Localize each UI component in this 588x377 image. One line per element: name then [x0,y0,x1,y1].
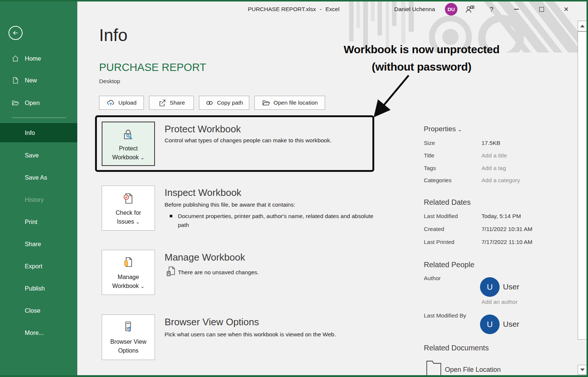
maximize-button[interactable] [537,4,546,14]
scroll-down-button[interactable] [578,365,587,375]
last-modified-by-label: Last Modified By [424,312,466,319]
browser-view-icon [121,320,136,335]
account-avatar[interactable]: DU [445,3,457,16]
last-modified-by-avatar[interactable]: U [480,315,500,334]
author-name[interactable]: User [503,282,519,291]
open-file-location-button[interactable]: Open file location [254,96,325,110]
manage-workbook-title: Manage Workbook [165,252,245,263]
manage-workbook-button[interactable]: Manage Workbook ⌄ [102,250,155,295]
date-value-created: 7/11/2022 10:31 AM [481,226,533,232]
annotation-arrow [364,72,416,120]
open-folder-icon [262,99,270,107]
close-button[interactable]: ✕ [561,4,571,14]
property-label: Tags [424,165,436,171]
document-location: Desktop [99,78,120,85]
page-title: Info [99,25,128,45]
backstage-sidebar: Home New Open Info Save Save As History [0,0,77,377]
account-avatar-initials: DU [447,7,455,12]
share-button[interactable]: Share [149,96,194,110]
upload-button[interactable]: Upload [99,96,144,110]
related-people-header: Related People [424,261,474,269]
property-label: Categories [424,177,452,184]
sidebar-item-save-as[interactable]: Save As [0,171,77,184]
sidebar-item-save[interactable]: Save [0,149,77,162]
date-label: Last Modified [424,213,458,220]
feedback-icon[interactable] [464,4,476,15]
sidebar-item-close[interactable]: Close [0,304,77,317]
related-documents-header: Related Documents [424,344,489,352]
date-value-last-modified: Today, 5:14 PM [481,213,521,220]
add-tag-field[interactable]: Add a tag [481,165,506,171]
date-label: Last Printed [424,239,454,245]
maximize-icon [539,7,544,12]
scroll-down-icon [580,368,585,371]
add-author-field[interactable]: Add an author [481,299,517,305]
open-file-location-link[interactable]: Open File Location [445,366,501,374]
bullet-marker [170,215,172,217]
add-title-field[interactable]: Add a title [481,152,507,159]
window-title: PURCHASE REPORT.xlsx - Excel [220,6,368,13]
scroll-up-icon [580,25,585,27]
unsaved-changes-icon [166,266,176,278]
copy-path-button[interactable]: Copy path [199,96,249,110]
sidebar-item-share[interactable]: Share [0,238,77,250]
protect-workbook-title: Protect Workbook [165,123,241,135]
chevron-down-icon: ⌄ [141,155,145,160]
excel-backstage-window: PURCHASE REPORT.xlsx - Excel Daniel Uche… [0,0,588,377]
scroll-up-button[interactable] [578,21,587,31]
protect-workbook-button[interactable]: Protect Workbook ⌄ [102,122,155,166]
sidebar-item-export[interactable]: Export [0,260,77,272]
scrollbar-thumb[interactable] [578,31,587,340]
property-label: Size [424,140,435,146]
author-avatar[interactable]: U [480,277,500,297]
back-button[interactable] [9,26,23,40]
window-title-app: Excel [325,6,339,12]
sidebar-item-history: History [0,193,77,206]
protect-workbook-description: Control what types of changes people can… [165,137,331,144]
property-value-size: 17.5KB [481,140,500,146]
properties-header[interactable]: Properties ⌄ [424,125,462,133]
inspect-workbook-bullet: Document properties, printer path, autho… [178,212,376,230]
annotation-text: Workbook is now unprotected (without pas… [320,41,523,75]
chevron-down-icon: ⌄ [141,283,145,289]
inspect-workbook-title: Inspect Workbook [165,187,241,198]
sidebar-item-more[interactable]: More... [0,326,77,339]
window-frame-top [0,0,588,1]
back-arrow-icon [12,29,19,37]
new-document-icon [11,77,19,84]
date-label: Created [424,226,444,232]
sidebar-item-open[interactable]: Open [0,96,77,109]
lock-key-icon [121,128,135,142]
last-modified-by-name[interactable]: User [503,320,519,329]
inspect-document-icon [121,191,136,206]
minimize-button[interactable] [511,4,521,14]
chevron-down-icon: ⌄ [458,127,462,132]
sidebar-item-info[interactable]: Info [0,123,77,142]
window-frame-right [587,0,588,377]
sidebar-item-home[interactable]: Home [0,52,77,65]
check-for-issues-button[interactable]: Check for Issues ⌄ [102,186,155,231]
help-icon[interactable]: ? [487,5,496,14]
browser-view-options-button[interactable]: Browser View Options [102,315,155,360]
open-folder-icon [11,99,19,107]
sidebar-item-print[interactable]: Print [0,215,77,228]
link-icon [205,99,214,107]
browser-view-options-title: Browser View Options [165,316,259,328]
author-label: Author [424,275,441,282]
share-icon [158,99,166,107]
add-category-field[interactable]: Add a category [481,177,520,184]
related-dates-header: Related Dates [424,198,471,207]
manage-workbook-status: There are no unsaved changes. [178,269,259,276]
date-value-last-printed: 7/17/2022 11:10 AM [481,239,533,245]
manage-versions-icon [121,256,136,271]
inspect-workbook-description: Before publishing this file, be aware th… [165,201,295,208]
folder-icon [425,359,442,377]
sidebar-item-new[interactable]: New [0,74,77,86]
browser-view-options-description: Pick what users can see when this workbo… [165,331,336,338]
home-icon [11,55,19,62]
account-name[interactable]: Daniel Uchenna [394,6,435,13]
window-title-file: PURCHASE REPORT.xlsx [248,6,316,12]
upload-cloud-icon [107,99,115,107]
window-title-separator: - [320,6,321,12]
sidebar-item-publish[interactable]: Publish [0,282,77,295]
